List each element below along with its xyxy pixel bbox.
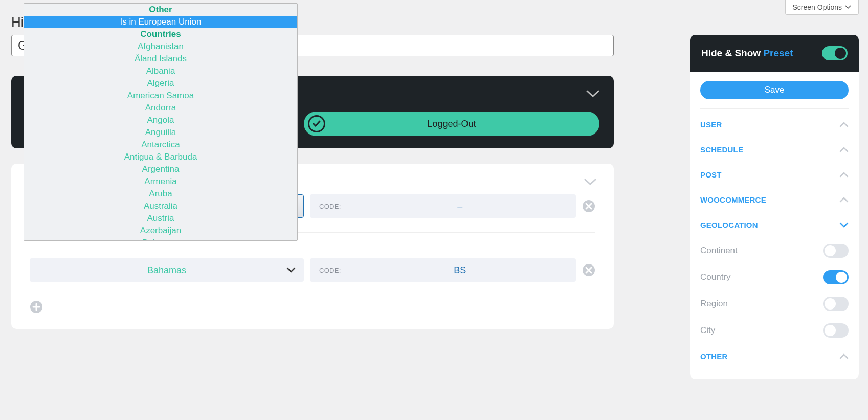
add-row: [30, 296, 595, 314]
dropdown-item[interactable]: Albania: [24, 65, 297, 77]
sidebar-section-other[interactable]: OTHER: [700, 344, 849, 369]
geo-region-item: Region: [700, 291, 849, 317]
add-row-icon[interactable]: [30, 300, 43, 314]
dropdown-item[interactable]: Antarctica: [24, 139, 297, 151]
select-value: Bahamas: [147, 265, 186, 276]
dropdown-item[interactable]: Afghanistan: [24, 40, 297, 53]
check-circle-icon: [308, 115, 325, 132]
dropdown-list[interactable]: Other Is in European Union Countries Afg…: [24, 4, 297, 240]
geo-continent-item: Continent: [700, 237, 849, 264]
remove-row-icon[interactable]: [582, 200, 595, 213]
sidebar-header: Hide & Show Preset: [690, 35, 859, 72]
pill-label: Logged-Out: [427, 119, 476, 129]
dropdown-item[interactable]: American Samoa: [24, 90, 297, 102]
dropdown-item[interactable]: Aruba: [24, 188, 297, 200]
chevron-down-icon[interactable]: [586, 90, 599, 98]
preset-toggle[interactable]: [822, 46, 848, 60]
dropdown-item[interactable]: Azerbaijan: [24, 225, 297, 237]
code-value: BS: [353, 265, 567, 276]
caret-down-icon: [286, 267, 296, 273]
code-value: –: [353, 201, 567, 212]
code-label: CODE:: [319, 203, 341, 210]
dropdown-item[interactable]: Åland Islands: [24, 53, 297, 65]
chevron-up-icon: [839, 147, 849, 153]
region-toggle[interactable]: [823, 297, 849, 311]
chevron-up-icon: [839, 197, 849, 203]
chevron-down-icon[interactable]: [584, 178, 596, 186]
country-select[interactable]: Bahamas: [30, 258, 304, 282]
continent-toggle[interactable]: [823, 244, 849, 258]
chevron-down-icon: [839, 222, 849, 228]
chevron-up-icon: [839, 172, 849, 178]
city-toggle[interactable]: [823, 323, 849, 338]
dropdown-item[interactable]: Anguilla: [24, 126, 297, 139]
screen-options-label: Screen Options: [793, 3, 842, 11]
dropdown-item[interactable]: Austria: [24, 212, 297, 225]
dropdown-item[interactable]: Angola: [24, 114, 297, 126]
country-toggle[interactable]: [823, 270, 849, 284]
chevron-up-icon: [839, 122, 849, 128]
sidebar-title: Hide & Show Preset: [701, 48, 793, 59]
sidebar-section-woocommerce[interactable]: WOOCOMMERCE: [700, 187, 849, 212]
dropdown-item[interactable]: Andorra: [24, 102, 297, 114]
dropdown-item[interactable]: Armenia: [24, 175, 297, 188]
remove-row-icon[interactable]: [582, 263, 595, 277]
dropdown-group-other: Other: [24, 4, 297, 16]
dropdown-group-countries: Countries: [24, 28, 297, 40]
geo-country-item: Country: [700, 264, 849, 291]
sidebar-section-user[interactable]: USER: [700, 112, 849, 137]
chevron-up-icon: [839, 353, 849, 360]
code-display: CODE: –: [310, 194, 576, 218]
code-label: CODE:: [319, 267, 341, 274]
geo-city-item: City: [700, 317, 849, 344]
caret-down-icon: [845, 5, 851, 9]
sidebar-body: Save USER SCHEDULE POST WOOCOMMERCE GEOL…: [690, 72, 859, 379]
pill-logged-out[interactable]: Logged-Out: [304, 112, 599, 136]
page-title: Hi: [11, 14, 24, 30]
dropdown-item[interactable]: Australia: [24, 200, 297, 212]
sidebar-panel: Hide & Show Preset Save USER SCHEDULE PO…: [690, 35, 859, 379]
save-button[interactable]: Save: [700, 81, 849, 99]
sidebar-section-schedule[interactable]: SCHEDULE: [700, 137, 849, 162]
screen-options-button[interactable]: Screen Options: [785, 0, 859, 15]
country-dropdown[interactable]: Other Is in European Union Countries Afg…: [24, 3, 298, 241]
dropdown-item-eu[interactable]: Is in European Union: [24, 16, 297, 28]
code-display: CODE: BS: [310, 258, 576, 282]
dropdown-item[interactable]: Algeria: [24, 77, 297, 90]
sidebar-section-geolocation[interactable]: GEOLOCATION: [700, 212, 849, 237]
dropdown-item[interactable]: Bahamas: [24, 237, 297, 240]
dropdown-item[interactable]: Antigua & Barbuda: [24, 151, 297, 163]
dropdown-item[interactable]: Argentina: [24, 163, 297, 175]
sidebar-section-post[interactable]: POST: [700, 162, 849, 187]
